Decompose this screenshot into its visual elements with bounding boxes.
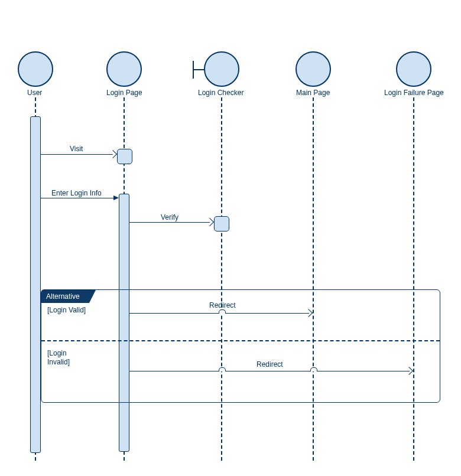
bump-invalid-2 (310, 367, 317, 371)
msg-visit-line (41, 154, 113, 155)
actor-main-page-head (296, 51, 331, 87)
msg-enter-login-label: Enter Login Info (51, 189, 102, 197)
bump-invalid-1 (219, 367, 226, 371)
msg-enter-login-arrow (113, 195, 119, 200)
actor-user-label: User (27, 89, 42, 97)
msg-enter-login-line (41, 198, 113, 198)
alt-guard-valid: [Login Valid] (47, 306, 86, 314)
sequence-diagram: User Login Page Login Checker Main Page … (0, 0, 461, 476)
lifeline-login-failure (413, 97, 414, 461)
activation-user (30, 116, 41, 453)
msg-verify-line (129, 222, 210, 223)
exec-box-verify (214, 216, 229, 232)
exec-box-visit (117, 149, 132, 164)
bump-valid (219, 309, 226, 314)
msg-visit-label: Visit (70, 145, 83, 153)
alt-fragment-operator: Alternative (41, 290, 96, 303)
interface-connector (193, 69, 204, 70)
actor-login-failure-head (396, 51, 431, 87)
actor-login-page-head (106, 51, 142, 87)
alt-guard-invalid-l2: Invalid] (47, 358, 70, 366)
actor-login-checker-label: Login Checker (198, 89, 244, 97)
actor-user-head (18, 51, 53, 87)
msg-verify-arrow (206, 218, 214, 226)
lifeline-login-checker (221, 97, 222, 461)
msg-redirect-valid-label: Redirect (209, 301, 236, 309)
actor-main-page-label: Main Page (296, 89, 330, 97)
actor-login-page-label: Login Page (106, 89, 142, 97)
alt-divider (41, 340, 440, 341)
msg-verify-label: Verify (161, 213, 178, 221)
lifeline-main-page (313, 97, 314, 461)
msg-redirect-invalid-label: Redirect (257, 360, 283, 369)
alt-guard-invalid-l1: [Login (47, 349, 67, 357)
alt-fragment: Alternative [Login Valid] [Login Invalid… (41, 289, 440, 403)
actor-login-checker-head (204, 51, 239, 87)
actor-login-failure-label: Login Failure Page (384, 89, 444, 97)
msg-redirect-invalid-line (129, 371, 410, 371)
msg-visit-arrow (109, 150, 117, 158)
